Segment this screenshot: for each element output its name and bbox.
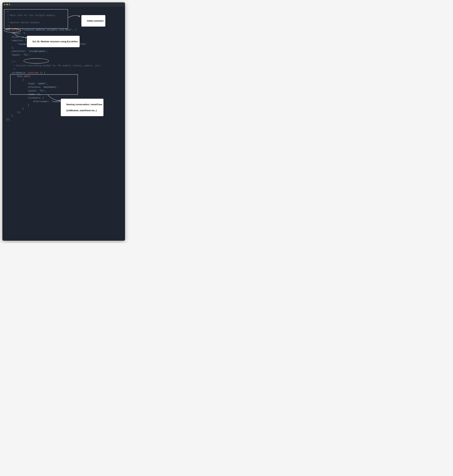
define-call: define	[12, 28, 20, 31]
minimize-dot[interactable]	[6, 4, 8, 5]
highlight-box-comment	[4, 9, 68, 29]
callout-text: Ext JS: Modular structure using Ext.defi…	[33, 40, 78, 43]
callout-initial-comment: Initial comment	[81, 15, 105, 27]
comment-line: * Main view for the insights module.	[6, 14, 56, 16]
doc-line: * Initiate everything needed for the mod…	[12, 64, 102, 67]
doc-line: /**	[12, 61, 15, 63]
inner-layout-val: 'fit'	[39, 89, 45, 92]
callout-text-line2: (initModule, mainPanel etc..)	[66, 109, 97, 112]
comment-line: *	[6, 18, 9, 20]
callout-text: Initial comment	[87, 20, 103, 22]
comment-line: * @author Hardik Ghadshi	[6, 21, 40, 24]
afterrender-key: afterrender	[33, 100, 48, 103]
reference-val: 'mainPanel'	[42, 86, 57, 88]
xtype-key: xtype	[28, 82, 35, 85]
reference-key: reference	[28, 86, 40, 88]
this-keyword: this	[17, 75, 22, 78]
listeners-key: listeners	[28, 96, 40, 99]
alias-key: alias	[12, 36, 18, 38]
close-dot[interactable]	[4, 4, 5, 5]
highlight-ellipse-empty	[24, 58, 49, 64]
callout-extjs-modular: Ext JS: Modular structure using Ext.defi…	[27, 36, 80, 47]
extend-val: 't	[22, 32, 25, 35]
arrow-to-initial-comment	[67, 14, 82, 20]
function-keyword: function	[28, 72, 39, 74]
alias-val: 'w	[21, 36, 24, 38]
callout-naming: Naming conversation: camelCase (initModu…	[61, 99, 103, 116]
layout-key: layout	[12, 53, 20, 56]
inner-layout-key: layout	[28, 89, 36, 92]
maximize-dot[interactable]	[9, 4, 10, 5]
initmodule-key: initModule	[12, 72, 25, 74]
controller-val: 'insightsmain'	[28, 50, 47, 52]
comment-line: /*	[6, 10, 9, 13]
titlebar	[2, 2, 125, 7]
ext-global: Ext	[6, 28, 10, 31]
add-method: add	[24, 75, 28, 78]
controller-key: controller	[12, 50, 25, 52]
doc-line: */	[12, 68, 15, 70]
layout-val: 'fit'	[22, 53, 29, 56]
extend-key: extend	[12, 32, 20, 35]
comment-line: */	[6, 25, 10, 27]
xtype-val: 'panel'	[37, 82, 47, 85]
code-window: /* * Main view for the insights module. …	[2, 2, 125, 241]
requires-key: requires	[12, 39, 22, 42]
code-area: /* * Main view for the insights module. …	[2, 7, 125, 241]
items-key: items	[28, 93, 35, 95]
class-name: 'tracpoint.modules.insights.view.Main'	[21, 28, 72, 31]
callout-text-line1: Naming conversation: camelCase	[66, 103, 102, 106]
